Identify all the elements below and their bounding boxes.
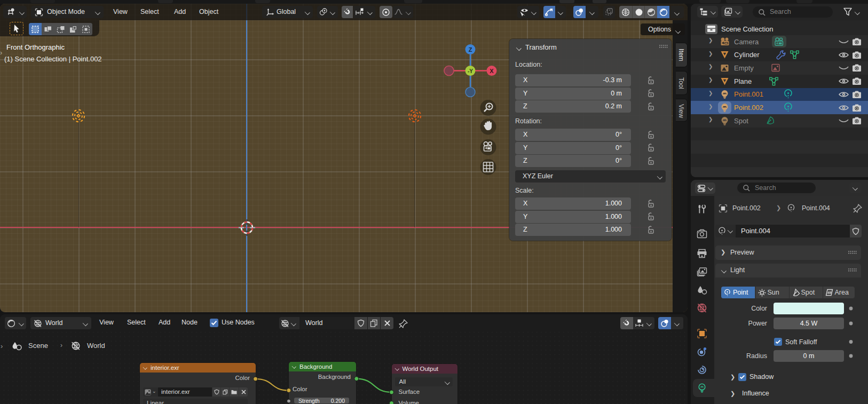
svg-text:Z: Z [469,46,472,53]
svg-text:-Y: -Y [468,68,473,74]
svg-text:X: X [490,68,494,74]
